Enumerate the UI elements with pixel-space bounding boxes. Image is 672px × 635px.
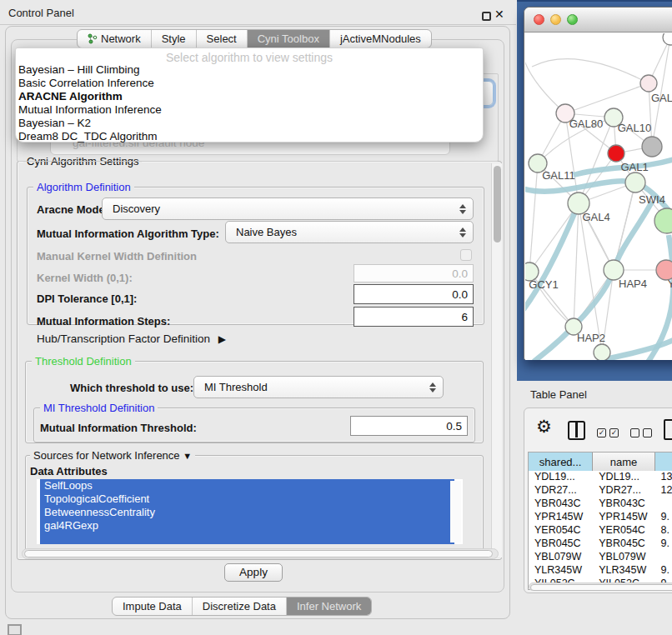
table-horizontal-scrollbar-thumb[interactable] <box>530 584 672 591</box>
aracne-mode-combobox[interactable]: Discovery <box>102 198 474 220</box>
network-node-swi4[interactable] <box>625 172 645 192</box>
tab-style[interactable]: Style <box>152 30 197 48</box>
network-edge[interactable] <box>529 163 538 272</box>
zoom-traffic-light-icon[interactable] <box>567 14 578 25</box>
table-cell[interactable]: YDR27... <box>593 484 654 498</box>
attribute-item-selected[interactable]: BetweennessCentrality <box>40 506 454 519</box>
network-node-gal[interactable] <box>640 75 657 92</box>
network-node[interactable] <box>642 137 662 157</box>
table-cell[interactable]: YER054C <box>593 524 654 538</box>
tab-network[interactable]: Network <box>78 30 152 48</box>
algorithm-dropdown[interactable]: Select algorithm to view settings Bayesi… <box>15 48 484 142</box>
table-cell[interactable]: 9. <box>655 538 672 551</box>
network-node[interactable] <box>654 208 672 233</box>
kernel-width-field[interactable]: 0.0 <box>354 264 474 282</box>
attribute-item-selected[interactable]: TopologicalCoefficient <box>40 492 454 506</box>
float-window-icon[interactable] <box>482 12 491 21</box>
table-cell[interactable]: 13 <box>655 471 672 484</box>
close-icon[interactable]: ✕ <box>494 8 504 21</box>
tab-select[interactable]: Select <box>197 30 248 48</box>
column-header-name[interactable]: name <box>593 452 654 471</box>
mini-palette-icon[interactable] <box>8 624 22 635</box>
network-edge[interactable] <box>532 59 649 83</box>
tab-impute-data[interactable]: Impute Data <box>113 598 193 615</box>
network-node-gal1[interactable] <box>608 145 624 162</box>
table-cell[interactable]: YBL079W <box>593 551 654 564</box>
table-cell[interactable]: YBR045C <box>529 538 593 551</box>
checked-checkbox-icon[interactable]: ✓ <box>609 428 619 438</box>
close-traffic-light-icon[interactable] <box>534 14 544 25</box>
network-canvas[interactable]: GALGAL80GAL10GAL1SWI4GAL11GAL4GCY1HAP4YH… <box>525 33 672 360</box>
algorithm-option[interactable]: Bayesian – K2 <box>16 117 483 130</box>
table-row[interactable]: YDR27...YDR27...12 <box>529 484 672 498</box>
settings-horizontal-scrollbar[interactable] <box>22 548 499 559</box>
network-view-window[interactable]: GALGAL80GAL10GAL1SWI4GAL11GAL4GCY1HAP4YH… <box>524 7 672 360</box>
algorithm-option[interactable]: Bayesian – Hill Climbing <box>16 63 483 77</box>
table-cell[interactable]: YLR345W <box>529 564 593 578</box>
table-cell[interactable]: YDL19... <box>593 471 654 484</box>
hub-definition-label[interactable]: Hub/Transcription Factor Definition ▶ <box>37 332 226 345</box>
tab-jactivemnodules[interactable]: jActiveMNodules <box>330 30 431 48</box>
algorithm-option[interactable]: Dream8 DC_TDC Algorithm <box>16 130 483 143</box>
table-cell[interactable]: 8. <box>655 524 672 538</box>
node-attribute-table[interactable]: shared... name YDL19...YDL19...13YDR27..… <box>528 452 672 590</box>
which-threshold-combobox[interactable]: MI Threshold <box>193 376 444 398</box>
attribute-item-selected[interactable]: gal4RGexp <box>40 519 454 532</box>
table-cell[interactable]: YBR043C <box>593 498 654 511</box>
apply-button[interactable]: Apply <box>224 563 283 582</box>
table-row[interactable]: YBR043CYBR043C <box>529 498 672 511</box>
column-header-shared[interactable]: shared... <box>529 452 593 471</box>
data-attributes-list[interactable]: SelfLoopsTopologicalCoefficientBetweenne… <box>37 479 463 544</box>
attribute-item-selected[interactable] <box>40 532 454 544</box>
unchecked-checkbox-icon[interactable] <box>643 428 652 438</box>
unchecked-checkbox-icon[interactable] <box>630 428 639 438</box>
attributes-scrollbar[interactable] <box>450 481 461 542</box>
algorithm-option[interactable]: Basic Correlation Inference <box>16 77 483 90</box>
table-cell[interactable]: YER054C <box>529 524 593 538</box>
settings-vertical-scrollbar-thumb[interactable] <box>494 166 501 242</box>
algorithm-option[interactable]: Mutual Information Inference <box>16 103 483 117</box>
algorithm-option[interactable]: ARACNE Algorithm <box>16 90 483 103</box>
minimize-traffic-light-icon[interactable] <box>550 14 561 25</box>
gear-icon[interactable]: ⚙ <box>536 417 552 437</box>
tab-cyni-toolbox[interactable]: Cyni Toolbox <box>248 30 330 48</box>
collapse-arrow-icon[interactable]: ▼ <box>183 451 192 461</box>
document-icon[interactable] <box>664 419 672 440</box>
network-node[interactable] <box>663 33 672 45</box>
table-cell[interactable]: YPR145W <box>593 511 654 524</box>
table-cell[interactable]: YLR345W <box>593 564 654 578</box>
table-row[interactable]: YBR045CYBR045C9. <box>529 538 672 551</box>
network-edge[interactable] <box>525 58 565 113</box>
network-graph[interactable]: GALGAL80GAL10GAL1SWI4GAL11GAL4GCY1HAP4YH… <box>525 33 672 360</box>
tab-infer-network[interactable]: Infer Network <box>287 598 371 615</box>
table-cell[interactable]: YPR145W <box>529 511 593 524</box>
columns-icon[interactable] <box>568 421 585 440</box>
settings-horizontal-scrollbar-thumb[interactable] <box>24 550 493 558</box>
table-row[interactable]: YER054CYER054C8. <box>529 524 672 538</box>
table-cell[interactable]: YDR27... <box>529 484 593 498</box>
table-row[interactable]: YPR145WYPR145W9. <box>529 511 672 524</box>
table-row[interactable]: YDL19...YDL19...13 <box>529 471 672 484</box>
table-row[interactable]: YBL079WYBL079W <box>529 551 672 564</box>
table-cell[interactable] <box>655 551 672 564</box>
table-cell[interactable]: 12 <box>655 484 672 498</box>
mi-threshold-field[interactable]: 0.5 <box>350 416 468 436</box>
network-node[interactable] <box>594 344 610 360</box>
dpi-tolerance-field[interactable]: 0.0 <box>354 284 474 304</box>
checked-checkbox-icon[interactable]: ✓ <box>597 428 606 438</box>
table-horizontal-scrollbar[interactable] <box>529 582 672 591</box>
manual-kernel-width-checkbox[interactable] <box>460 249 472 261</box>
table-cell[interactable] <box>655 498 672 511</box>
table-cell[interactable]: YBR043C <box>529 498 593 511</box>
table-cell[interactable]: YDL19... <box>529 471 593 484</box>
column-header-third[interactable] <box>655 452 672 471</box>
table-cell[interactable]: 9. <box>655 511 672 524</box>
mi-algorithm-type-combobox[interactable]: Naive Bayes <box>225 221 474 243</box>
table-row[interactable]: YLR345WYLR345W9. <box>529 564 672 578</box>
expand-arrow-icon[interactable]: ▶ <box>213 333 226 345</box>
network-window-titlebar[interactable] <box>524 8 672 32</box>
table-cell[interactable]: 9. <box>655 564 672 578</box>
mi-steps-field[interactable]: 6 <box>354 307 474 327</box>
tab-discretize-data[interactable]: Discretize Data <box>193 598 287 615</box>
table-cell[interactable]: YBL079W <box>529 551 593 564</box>
